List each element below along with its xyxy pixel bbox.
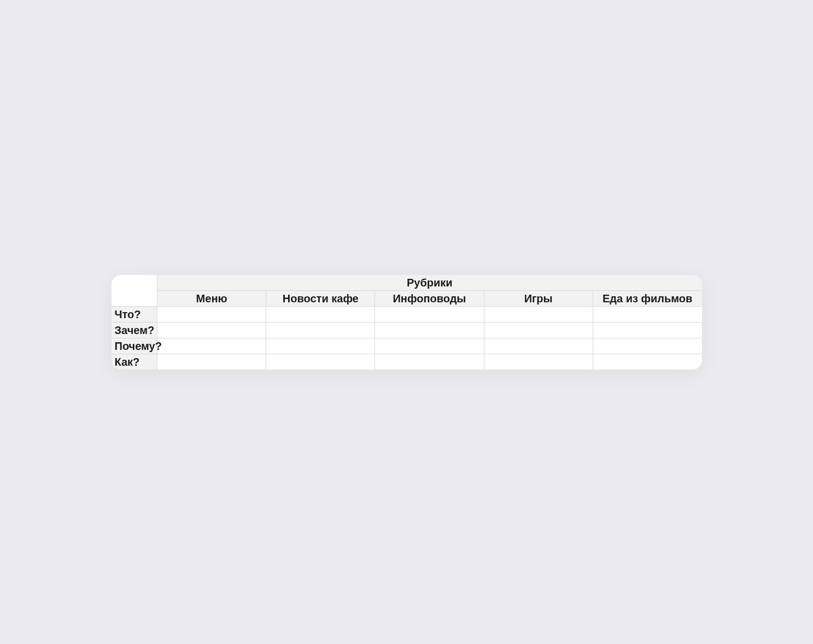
table-row: Почему? <box>112 338 702 354</box>
super-header: Рубрики <box>157 275 702 291</box>
table-cell[interactable] <box>157 338 266 354</box>
corner-cell <box>112 275 157 307</box>
table-cell[interactable] <box>157 322 266 338</box>
rubrics-table: Рубрики Меню Новости кафе Инфоповоды Игр… <box>112 275 702 370</box>
col-header: Еда из фильмов <box>593 290 701 306</box>
table-cell[interactable] <box>593 354 701 370</box>
table-cell[interactable] <box>375 306 484 322</box>
table-cell[interactable] <box>266 354 375 370</box>
table-cell[interactable] <box>484 322 593 338</box>
table-cell[interactable] <box>375 322 484 338</box>
col-header: Меню <box>157 290 266 306</box>
row-header: Как? <box>112 354 157 370</box>
table-cell[interactable] <box>484 306 593 322</box>
col-header: Инфоповоды <box>375 290 484 306</box>
row-header: Что? <box>112 306 157 322</box>
row-header: Зачем? <box>112 322 157 338</box>
table-cell[interactable] <box>266 306 375 322</box>
table-row: Что? <box>112 306 702 322</box>
table-cell[interactable] <box>375 338 484 354</box>
table-row: Зачем? <box>112 322 702 338</box>
col-header: Игры <box>484 290 593 306</box>
col-header: Новости кафе <box>266 290 375 306</box>
table-cell[interactable] <box>593 322 701 338</box>
table-cell[interactable] <box>593 338 701 354</box>
table-row: Как? <box>112 354 702 370</box>
table-cell[interactable] <box>157 306 266 322</box>
table-cell[interactable] <box>266 338 375 354</box>
table-cell[interactable] <box>266 322 375 338</box>
table-card: Рубрики Меню Новости кафе Инфоповоды Игр… <box>112 275 702 370</box>
table-cell[interactable] <box>375 354 484 370</box>
table-cell[interactable] <box>484 354 593 370</box>
table-cell[interactable] <box>484 338 593 354</box>
table-cell[interactable] <box>593 306 701 322</box>
table-cell[interactable] <box>157 354 266 370</box>
row-header: Почему? <box>112 338 157 354</box>
